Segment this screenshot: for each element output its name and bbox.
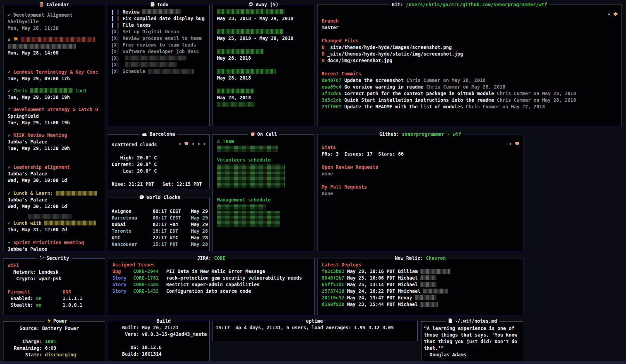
changed-file-row: D_site/themes/hyde-hyde/static/img/scree…: [322, 51, 617, 57]
clock-row: Vancouver15:17 PDTMay 28: [112, 241, 208, 248]
build-os: OS:10.12.6: [122, 344, 205, 351]
cloud-icon: [142, 132, 147, 138]
github-open-reviews-header: Open Review Requests: [322, 164, 519, 171]
calendar-event: ✔Leadership alignment Jabba's Palace Wed…: [8, 164, 101, 184]
wifi-network: Network:Lendesk: [8, 269, 101, 275]
jira-header: Assigned Issues: [112, 262, 310, 268]
calendar-event: ✔Chris1on1 Tue, May 29, 10:30 19h: [8, 88, 101, 101]
github-pull-requests-header: My Pull Requests: [322, 184, 519, 190]
jira-panel-title: JIRA:CORE: [195, 255, 228, 261]
weather-current: Current:20.0° C: [112, 161, 205, 168]
todo-item: |X|Set up Digital Ocean: [111, 28, 207, 35]
commit-row: eaa89c4Go version warning in readmeChris…: [322, 84, 617, 90]
uptime-panel: uptime 15:17 up 4 days, 21:31, 5 users, …: [212, 318, 418, 341]
notes-author: - Douglas Adams: [424, 351, 521, 358]
newrelic-panel-title: New Relic:Chevron: [392, 255, 448, 261]
commit-row: 3f42dc6Correct path for the context pack…: [322, 90, 617, 97]
clown-icon: [613, 12, 618, 17]
deploy-row: 8046f2b7May 25, 16:06 PDTMichael: [322, 275, 519, 281]
redacted-text: [8, 44, 76, 49]
clock-row: Barcelona00:17 CESTMay 29: [112, 215, 208, 221]
redacted-text: [217, 49, 264, 54]
calendar-event: ✔Lendesk Terminology & Key Conc Tue, May…: [8, 69, 101, 82]
build-number: Build:16G1314: [122, 351, 205, 357]
deploy-row: 65ff53dcMay 25, 13:14 PDTMichael: [322, 281, 519, 288]
redacted-text: [420, 269, 450, 274]
git-changed-header: Changed Files: [322, 38, 617, 44]
wifi-crypto: Crypto:wpa2-psk: [8, 275, 101, 282]
clock-row: Toronto18:17 EDTMay 28: [112, 228, 208, 234]
git-pager: •: [608, 11, 618, 17]
github-pager: •: [509, 141, 520, 147]
github-open-reviews: none: [322, 171, 519, 177]
weather-sun-times: Rise: 21:21 PDTSet: 12:15 PDT: [112, 181, 205, 188]
redacted-text: [217, 204, 266, 210]
calendar-event: ~Sprint Priorities meeting Jabba's Palac…: [8, 239, 101, 253]
firewall-dns-header: FirewallDNS: [8, 289, 101, 295]
calendar-event: ✔RISK Review Meeting Jabba's Palace Tue,…: [8, 132, 101, 152]
notes-panel-title: ~/.wtf/notes.md: [446, 318, 499, 324]
away-panel: Away (5) May 23, 2018 - May 29, 2018 May…: [212, 2, 314, 126]
todo-panel: Todo | |Review | |Fix compiled date disp…: [108, 2, 210, 126]
window-bottom-edge: [0, 361, 626, 364]
deploy-row: fa2c3b02May 28, 10:16 PDTBilliam: [322, 268, 519, 275]
power-panel: Power Source:Battery Power Charge:100% R…: [3, 318, 105, 362]
alarm-clock-icon: [250, 131, 255, 138]
clock-row: Dubai02:17 +04May 29: [112, 221, 208, 228]
jira-panel: JIRA:CORE Assigned Issues BugCORE-2044PI…: [108, 255, 315, 315]
github-stats: PRs: 3 Issues: 17 Stars: 66: [322, 151, 519, 157]
build-panel: Build Built:May 26, 21:21 Vers:v0.0.3-15…: [108, 318, 210, 362]
calendar-event: ✔Development Alignment Shelbyville Mon, …: [8, 12, 101, 32]
away-entry: May 28, 2018: [217, 88, 310, 108]
away-entry: May 28, 2018: [217, 68, 310, 81]
clock-row: UTC22:17 UTCMay 28: [112, 234, 208, 241]
git-panel-title: Git:/Users/chris/go/src/github.com/senor…: [390, 2, 550, 7]
oncall-panel-title: On Call: [248, 131, 280, 138]
newrelic-header: Latest Deploys: [322, 262, 519, 268]
todo-panel-title: Todo: [147, 2, 171, 8]
notes-quote: “A learning experience is one of those t…: [424, 325, 521, 351]
redacted-text: [217, 69, 276, 74]
power-panel-title: Power: [45, 318, 70, 324]
oncall-panel: On Call A Team Volunteers schedule Manag…: [212, 131, 314, 251]
jira-issue-row: StoryCORE-1781rack-protection gem securi…: [112, 275, 310, 281]
redacted-text: [423, 289, 448, 293]
calendar-panel: Calendar ✔Development Alignment Shelbyvi…: [3, 2, 105, 251]
alien-icon: [248, 2, 254, 8]
deploy-row: d160f930May 23, 15:44 PDTMichael: [322, 301, 519, 308]
weather-pager: •• • •: [178, 141, 206, 147]
git-commits-header: Recent Commits: [322, 71, 617, 77]
github-panel: Github:senorprogrammer - wtf • Stats PRs…: [317, 131, 523, 251]
power-state: State:discharging: [14, 351, 101, 358]
world-clocks-panel: World Clocks Avignon00:17 CESTMay 29 Bar…: [108, 195, 210, 251]
git-branch-header: Branch: [322, 18, 617, 24]
todo-item: | |Review: [111, 9, 207, 15]
calendar-event: ?Development Strategy & Catch U Springfi…: [8, 106, 101, 126]
redacted-text: [125, 62, 177, 67]
firewall-enabled: Enabled:on1.1.1.1: [8, 295, 101, 302]
oncall-management-header: Management schedule: [217, 197, 310, 203]
redacted-text: [30, 88, 73, 93]
jira-issue-row: StoryCORE-1585Restrict super-admin capab…: [112, 281, 310, 288]
build-vers: Vers:v0.0.3-15-g41ed43_maste: [122, 331, 205, 338]
away-entry: May 28, 2018: [217, 48, 310, 61]
oncall-volunteers-header: Volunteers schedule: [217, 157, 310, 163]
weather-high: High:20.0° C: [112, 155, 205, 161]
security-panel: Security WiFi Network:Lendesk Crypto:wpa…: [3, 255, 105, 315]
firewall-stealth: Stealth:on1.0.0.1: [8, 302, 101, 308]
notes-panel: ~/.wtf/notes.md “A learning experience i…: [421, 318, 523, 362]
redacted-text: [217, 29, 283, 34]
redacted-text: [125, 56, 187, 60]
calendar-event: x Mon, May 28, 14:00: [8, 36, 101, 56]
calendar-event: ✔Lunch with Thu, May 31, 12:00 2d: [8, 213, 101, 233]
commit-row: 23ff067Update the README with the list o…: [322, 104, 617, 110]
todo-item: |X|Prev reviews to team leads: [111, 42, 207, 48]
jira-issue-row: StoryCORE-1432Configuration into source …: [112, 288, 310, 295]
newrelic-panel: New Relic:Chevron Latest Deploys fa2c3b0…: [317, 255, 523, 315]
github-pull-requests: none: [322, 190, 519, 197]
redacted-text: [56, 191, 97, 196]
redacted-text: [148, 69, 194, 74]
jira-issue-row: BugCORE-2044PII Data in New Relic Error …: [112, 268, 310, 275]
world-clocks-panel-title: World Clocks: [137, 195, 183, 201]
redacted-text: [44, 221, 96, 225]
